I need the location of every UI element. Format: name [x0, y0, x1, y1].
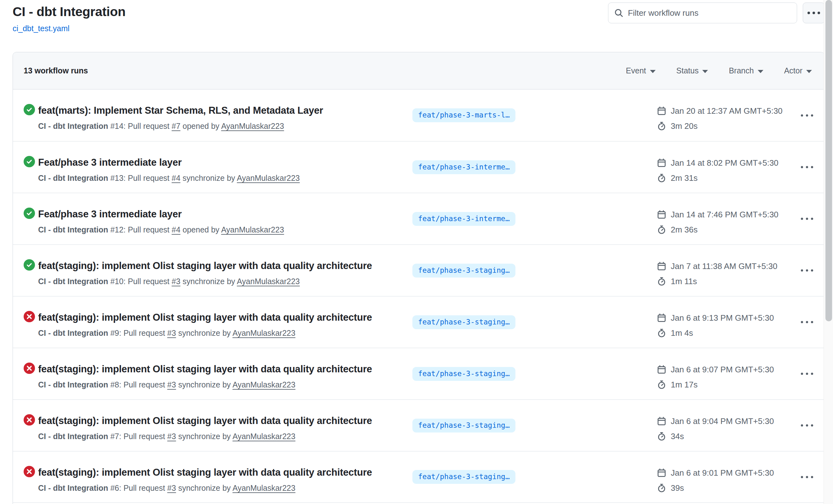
calendar-icon — [657, 106, 666, 116]
kebab-dot — [806, 166, 808, 168]
kebab-dot — [806, 373, 808, 375]
filter-workflow-runs-searchbox[interactable] — [608, 2, 797, 23]
run-options-kebab-button[interactable] — [800, 369, 814, 378]
actor-link[interactable]: AyanMulaskar223 — [237, 173, 300, 183]
run-number: #13: — [110, 173, 126, 183]
pr-number-link[interactable]: #7 — [172, 122, 181, 130]
actor-link[interactable]: AyanMulaskar223 — [233, 380, 295, 389]
actor-link[interactable]: AyanMulaskar223 — [233, 483, 295, 493]
run-title-link[interactable]: feat(staging): implement Olist staging l… — [38, 363, 410, 375]
kebab-dot — [817, 11, 820, 14]
filter-branch-dropdown[interactable]: Branch — [729, 66, 763, 75]
run-status-cell — [24, 245, 38, 296]
run-event-text: synchronize by — [183, 173, 235, 183]
kebab-dot — [811, 321, 813, 323]
branch-badge[interactable]: feat/phase-3-staging… — [412, 315, 516, 329]
run-options-kebab-button[interactable] — [800, 266, 814, 275]
pr-number-link[interactable]: #3 — [167, 329, 176, 337]
run-number: #10: — [110, 277, 126, 286]
actor-link[interactable]: AyanMulaskar223 — [233, 432, 295, 441]
branch-badge[interactable]: feat/phase-3-staging… — [412, 367, 516, 381]
run-duration: 39s — [671, 482, 684, 494]
run-title-link[interactable]: Feat/phase 3 intermediate layer — [38, 157, 410, 169]
branch-badge[interactable]: feat/phase-3-interme… — [412, 160, 516, 174]
pr-number-link[interactable]: #3 — [167, 432, 176, 441]
branch-badge[interactable]: feat/phase-3-interme… — [412, 212, 516, 226]
run-status-cell — [24, 193, 38, 244]
run-text-cell: feat(staging): implement Olist staging l… — [38, 400, 410, 451]
run-title-link[interactable]: feat(staging): implement Olist staging l… — [38, 312, 410, 323]
run-duration-line: 1m 4s — [657, 327, 795, 339]
branch-badge[interactable]: feat/phase-3-marts-l… — [412, 109, 516, 122]
run-status-cell — [24, 296, 38, 348]
runs-panel-header: 13 workflow runs Event Status Branch Act… — [13, 52, 825, 90]
run-duration-line: 3m 20s — [657, 120, 795, 132]
workflow-options-kebab-button[interactable] — [803, 2, 825, 23]
run-kebab-cell — [795, 193, 814, 244]
kebab-dot — [801, 424, 803, 427]
run-date: Jan 6 at 9:04 PM GMT+5:30 — [671, 415, 774, 427]
run-options-kebab-button[interactable] — [800, 163, 814, 171]
branch-badge[interactable]: feat/phase-3-staging… — [412, 264, 516, 278]
workflow-runs-panel: 13 workflow runs Event Status Branch Act… — [13, 52, 825, 504]
search-input[interactable] — [628, 8, 791, 18]
chevron-down-icon — [806, 70, 812, 73]
run-duration-line: 34s — [657, 431, 795, 442]
chevron-down-icon — [702, 70, 708, 73]
run-date-line: Jan 6 at 9:07 PM GMT+5:30 — [657, 364, 795, 375]
page-scrollbar-track[interactable] — [824, 0, 833, 504]
run-title-link[interactable]: feat(staging): implement Olist staging l… — [38, 466, 410, 479]
run-subtitle: CI - dbt Integration #10: Pull request #… — [38, 277, 410, 286]
kebab-dot — [806, 114, 808, 117]
pr-number-link[interactable]: #4 — [172, 225, 181, 234]
calendar-icon — [657, 365, 666, 374]
run-options-kebab-button[interactable] — [800, 215, 814, 223]
run-options-kebab-button[interactable] — [800, 111, 814, 120]
run-title-link[interactable]: Feat/phase 3 intermediate layer — [38, 208, 410, 220]
run-subtitle: CI - dbt Integration #8: Pull request #3… — [38, 380, 410, 389]
kebab-dot — [801, 373, 803, 375]
run-kebab-cell — [795, 400, 814, 451]
actor-link[interactable]: AyanMulaskar223 — [221, 122, 284, 130]
workflow-run-row: feat(marts): Implement Star Schema, RLS,… — [13, 90, 825, 141]
kebab-dot — [811, 114, 813, 117]
run-title-link[interactable]: feat(staging): implement Olist staging l… — [38, 415, 410, 427]
run-title-link[interactable]: feat(marts): Implement Star Schema, RLS,… — [38, 104, 410, 117]
filter-status-dropdown[interactable]: Status — [676, 66, 708, 75]
success-check-icon — [24, 104, 35, 115]
run-options-kebab-button[interactable] — [800, 473, 814, 481]
run-date-line: Jan 6 at 9:04 PM GMT+5:30 — [657, 415, 795, 427]
run-pr-prefix: Pull request — [128, 277, 169, 286]
run-date-line: Jan 14 at 8:02 PM GMT+5:30 — [657, 157, 795, 169]
workflow-file-link[interactable]: ci_dbt_test.yaml — [13, 24, 70, 33]
chevron-down-icon — [758, 70, 763, 73]
filter-event-dropdown[interactable]: Event — [626, 66, 656, 75]
run-date-cell: Jan 6 at 9:01 PM GMT+5:30 39s — [657, 451, 795, 502]
pr-number-link[interactable]: #3 — [167, 483, 176, 493]
run-kebab-cell — [795, 90, 814, 141]
run-options-kebab-button[interactable] — [800, 421, 814, 430]
run-text-cell: Feat/phase 3 intermediate layer CI - dbt… — [38, 193, 410, 244]
pr-number-link[interactable]: #3 — [172, 277, 181, 286]
pr-number-link[interactable]: #4 — [172, 173, 181, 183]
kebab-dot — [806, 218, 808, 220]
filter-actor-dropdown[interactable]: Actor — [784, 66, 812, 75]
run-duration-line: 1m 17s — [657, 379, 795, 390]
page-scrollbar-thumb[interactable] — [826, 0, 832, 321]
pr-number-link[interactable]: #3 — [167, 380, 176, 389]
run-title-link[interactable]: feat(staging): implement Olist staging l… — [38, 260, 410, 272]
kebab-dot — [806, 424, 808, 427]
run-subtitle: CI - dbt Integration #6: Pull request #3… — [38, 483, 410, 493]
branch-badge[interactable]: feat/phase-3-staging… — [412, 470, 516, 484]
kebab-dot — [801, 114, 803, 117]
actor-link[interactable]: AyanMulaskar223 — [237, 277, 300, 286]
run-text-cell: feat(staging): implement Olist staging l… — [38, 451, 410, 502]
calendar-icon — [657, 158, 666, 168]
run-number: #12: — [110, 225, 126, 234]
actor-link[interactable]: AyanMulaskar223 — [233, 329, 295, 337]
run-options-kebab-button[interactable] — [800, 318, 814, 326]
actor-link[interactable]: AyanMulaskar223 — [221, 225, 284, 234]
branch-badge[interactable]: feat/phase-3-staging… — [412, 418, 516, 432]
run-date-cell: Jan 6 at 9:07 PM GMT+5:30 1m 17s — [657, 348, 795, 400]
kebab-dot — [801, 166, 803, 168]
